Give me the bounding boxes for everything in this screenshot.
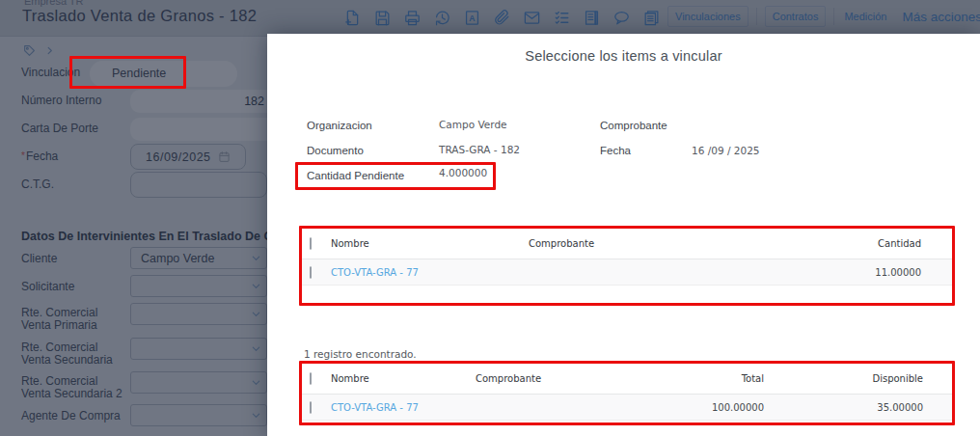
comprobante-label: Comprobante (600, 120, 667, 131)
modal-title: Seleccione los items a vincular (267, 48, 980, 64)
annotation-box-cantidad-pendiente (295, 162, 496, 190)
fecha-label: Fecha (600, 145, 631, 156)
documento-value: TRAS-GRA - 182 (439, 144, 520, 155)
annotation-box-contracts-table (299, 361, 955, 425)
app-window: Empresa TR Traslado Venta de Granos - 18… (0, 0, 980, 436)
fecha-value: 16 /09 / 2025 (692, 145, 760, 156)
annotation-box-items-table (299, 226, 955, 306)
result-count: 1 registro encontrado. (304, 348, 417, 360)
organizacion-value: Campo Verde (439, 119, 507, 130)
documento-label: Documento (307, 145, 364, 156)
organizacion-label: Organizacion (307, 120, 372, 131)
annotation-box-vinculacion (69, 56, 186, 89)
